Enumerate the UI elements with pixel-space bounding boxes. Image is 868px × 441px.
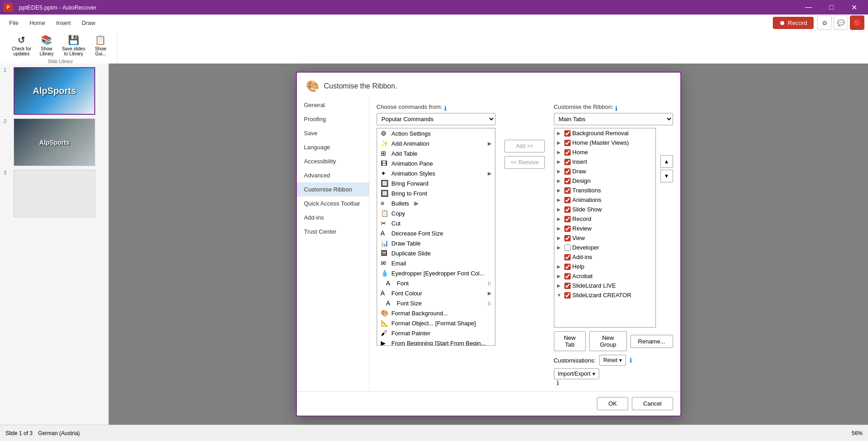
checkbox-view[interactable] xyxy=(564,235,571,241)
new-tab-button[interactable]: New Tab xyxy=(554,331,586,351)
cancel-button[interactable]: Cancel xyxy=(632,397,673,410)
list-item-font-colour[interactable]: AFont Colour▶ xyxy=(377,288,495,298)
list-item-add-animation[interactable]: ✨Add Animation▶ xyxy=(377,138,495,148)
rename-button[interactable]: Rename... xyxy=(630,335,673,348)
show-guide-btn[interactable]: 📋 ShowGui... xyxy=(90,33,112,58)
ok-button[interactable]: OK xyxy=(597,397,628,410)
list-item-add-table[interactable]: ⊞Add Table xyxy=(377,148,495,158)
tree-item-record[interactable]: ▶ Record xyxy=(554,214,655,224)
tree-item-home[interactable]: ▶ Home xyxy=(554,147,655,157)
list-item-animation-styles[interactable]: ✦Animation Styles▶ xyxy=(377,168,495,178)
tree-item-slidelizard-creator[interactable]: ▼ SlideLizard CREATOR xyxy=(554,290,655,300)
nav-quick-access[interactable]: Quick Access Toolbar xyxy=(297,196,369,211)
list-item-animation-pane[interactable]: 🎞Animation Pane xyxy=(377,158,495,168)
list-item-format-object[interactable]: 📐Format Object... [Format Shape] xyxy=(377,318,495,328)
tree-item-insert[interactable]: ▶ Insert xyxy=(554,157,655,167)
list-item-duplicate-slide[interactable]: 🖼Duplicate Slide xyxy=(377,248,495,258)
list-item-cut[interactable]: ✂Cut xyxy=(377,218,495,228)
list-item-from-beginning[interactable]: ▶From Beginning [Start From Begin... xyxy=(377,338,495,346)
checkbox-acrobat[interactable] xyxy=(564,273,571,279)
maximize-button[interactable]: □ xyxy=(821,0,842,15)
slide-image-3[interactable] xyxy=(14,170,95,217)
reset-button[interactable]: Reset ▾ xyxy=(599,355,626,366)
tree-item-home-master[interactable]: ▶ Home (Master Views) xyxy=(554,138,655,147)
nav-add-ins[interactable]: Add-ins xyxy=(297,211,369,225)
tab-home[interactable]: Home xyxy=(24,16,51,30)
slide-image-1[interactable]: AlpSports xyxy=(14,67,95,115)
tree-item-acrobat[interactable]: ▶ Acrobat xyxy=(554,271,655,281)
checkbox-help[interactable] xyxy=(564,264,571,270)
add-button[interactable]: Add >> xyxy=(504,140,544,152)
commands-list[interactable]: ⚙Action Settings ✨Add Animation▶ ⊞Add Ta… xyxy=(377,128,496,346)
tree-item-bg-removal[interactable]: ▶ Background Removal xyxy=(554,128,655,138)
tree-item-transitions[interactable]: ▶ Transitions xyxy=(554,186,655,195)
move-down-button[interactable]: ▼ xyxy=(660,170,673,182)
tree-item-draw[interactable]: ▶ Draw xyxy=(554,167,655,176)
ribbon-tabs-list[interactable]: ▶ Background Removal ▶ Home (Master View… xyxy=(554,128,656,328)
checkbox-home[interactable] xyxy=(564,149,571,156)
show-library-btn[interactable]: 📚 ShowLibrary xyxy=(36,33,58,58)
tree-item-view[interactable]: ▶ View xyxy=(554,233,655,243)
close-button[interactable]: ✕ xyxy=(844,0,864,15)
list-item-format-background[interactable]: 🎨Format Background... xyxy=(377,308,495,318)
tree-item-review[interactable]: ▶ Review xyxy=(554,224,655,233)
present-icon-btn[interactable]: 🔴 xyxy=(850,15,864,30)
list-item-bullets[interactable]: ≡Bullets|▶ xyxy=(377,198,495,208)
list-item-format-painter[interactable]: 🖌Format Painter xyxy=(377,328,495,338)
list-item-font-size[interactable]: AFont Size|↕ xyxy=(377,298,495,308)
checkbox-bg-removal[interactable] xyxy=(564,130,571,137)
list-item-bring-to-front[interactable]: 🔲Bring to Front xyxy=(377,188,495,198)
checkbox-transitions[interactable] xyxy=(564,187,571,194)
list-item-font[interactable]: AFont|↕ xyxy=(377,278,495,288)
nav-trust-center[interactable]: Trust Center xyxy=(297,225,369,239)
list-item-email[interactable]: ✉Email xyxy=(377,258,495,268)
tree-item-animations[interactable]: ▶ Animations xyxy=(554,195,655,205)
comment-icon-btn[interactable]: 💬 xyxy=(834,15,848,30)
save-slides-btn[interactable]: 💾 Save slidesto Library xyxy=(59,33,88,58)
checkbox-review[interactable] xyxy=(564,225,571,232)
list-item-eyedropper[interactable]: 💧Eyedropper [Eyedropper Font Col... xyxy=(377,268,495,278)
move-up-button[interactable]: ▲ xyxy=(660,155,673,168)
tree-item-slidelizard-live[interactable]: ▶ SlideLizard LIVE xyxy=(554,281,655,290)
list-item-decrease-font[interactable]: ADecrease Font Size xyxy=(377,228,495,238)
checkbox-draw[interactable] xyxy=(564,168,571,175)
slide-image-2[interactable]: AlpSports xyxy=(14,118,95,166)
tree-item-developer[interactable]: ▶ Developer xyxy=(554,243,655,252)
checkbox-animations[interactable] xyxy=(564,197,571,203)
nav-language[interactable]: Language xyxy=(297,140,369,154)
tree-item-slideshow[interactable]: ▶ Slide Show xyxy=(554,205,655,214)
list-item-action-settings[interactable]: ⚙Action Settings xyxy=(377,128,495,138)
tree-item-design[interactable]: ▶ Design xyxy=(554,176,655,186)
record-button[interactable]: ⏺ Record xyxy=(773,17,814,29)
checkbox-slideshow[interactable] xyxy=(564,206,571,213)
checkbox-slidelizard-creator[interactable] xyxy=(564,292,571,299)
checkbox-slidelizard-live[interactable] xyxy=(564,283,571,289)
list-item-draw-table[interactable]: 📊Draw Table xyxy=(377,238,495,248)
new-group-button[interactable]: New Group xyxy=(589,331,626,351)
nav-advanced[interactable]: Advanced xyxy=(297,168,369,182)
checkbox-design[interactable] xyxy=(564,178,571,184)
checkbox-add-ins[interactable] xyxy=(564,254,571,260)
checkbox-home-master[interactable] xyxy=(564,140,571,146)
nav-customise-ribbon[interactable]: Customise Ribbon xyxy=(297,182,369,196)
remove-button[interactable]: << Remove xyxy=(504,156,544,169)
nav-save[interactable]: Save xyxy=(297,126,369,140)
customise-ribbon-dropdown[interactable]: Main Tabs All Tabs Custom Tabs and Group… xyxy=(554,113,673,125)
list-item-copy[interactable]: 📋Copy xyxy=(377,208,495,218)
nav-proofing[interactable]: Proofing xyxy=(297,112,369,126)
tree-item-help[interactable]: ▶ Help xyxy=(554,262,655,271)
check-updates-btn[interactable]: ↺ Check forupdates xyxy=(9,33,34,58)
import-export-button[interactable]: Import/Export ▾ xyxy=(554,368,599,379)
slide-thumb-1[interactable]: 1 AlpSports xyxy=(4,67,105,115)
minimize-button[interactable]: — xyxy=(798,0,819,15)
share-icon-btn[interactable]: ⊙ xyxy=(817,15,832,30)
nav-general[interactable]: General xyxy=(297,98,369,112)
tab-draw[interactable]: Draw xyxy=(76,16,101,30)
choose-commands-dropdown[interactable]: Popular Commands All Commands Commands N… xyxy=(377,113,496,125)
slide-thumb-2[interactable]: 2 AlpSports xyxy=(4,118,105,166)
checkbox-insert[interactable] xyxy=(564,159,571,165)
tree-item-add-ins[interactable]: Add-ins xyxy=(554,252,655,262)
slide-thumb-3[interactable]: 3 xyxy=(4,170,105,217)
tab-insert[interactable]: Insert xyxy=(51,16,77,30)
checkbox-developer[interactable] xyxy=(564,245,571,251)
